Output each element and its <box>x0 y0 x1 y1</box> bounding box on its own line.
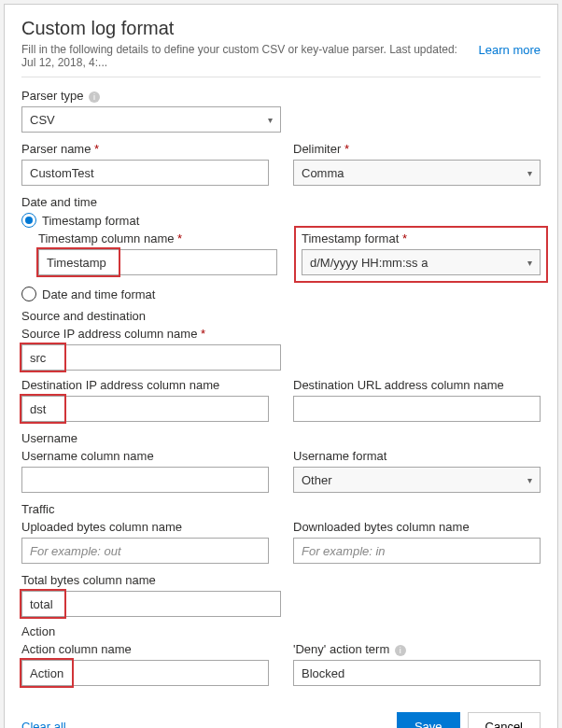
action-column-label: Action column name <box>21 642 269 656</box>
info-icon: i <box>89 91 100 103</box>
src-dst-section-title: Source and destination <box>21 309 541 323</box>
panel-header: Custom log format Fill in the following … <box>21 18 541 69</box>
page-subtitle: Fill in the following details to define … <box>21 43 470 69</box>
dest-url-label: Destination URL address column name <box>293 378 541 392</box>
timestamp-format-radio[interactable] <box>21 213 36 228</box>
source-ip-input[interactable] <box>21 344 281 371</box>
save-button[interactable]: Save <box>397 712 460 728</box>
chevron-down-icon: ▾ <box>527 475 532 485</box>
uploaded-bytes-label: Uploaded bytes column name <box>21 520 269 534</box>
uploaded-bytes-input[interactable] <box>21 538 269 564</box>
delimiter-select[interactable]: Comma ▾ <box>293 160 541 186</box>
chevron-down-icon: ▾ <box>527 168 532 178</box>
downloaded-bytes-label: Downloaded bytes column name <box>293 520 541 534</box>
delimiter-label: Delimiter * <box>293 142 541 156</box>
dest-ip-input[interactable] <box>21 396 269 422</box>
chevron-down-icon: ▾ <box>268 115 273 125</box>
source-ip-label: Source IP address column name * <box>21 327 541 341</box>
page-title: Custom log format <box>21 18 541 39</box>
parser-type-label: Parser type i <box>21 89 281 103</box>
timestamp-format-label: Timestamp format * <box>302 231 541 245</box>
dest-url-input[interactable] <box>293 396 541 422</box>
deny-term-label: 'Deny' action term i <box>293 642 541 656</box>
action-section-title: Action <box>21 624 541 638</box>
username-format-select[interactable]: Other ▾ <box>293 467 541 493</box>
learn-more-link[interactable]: Learn more <box>479 43 541 57</box>
custom-log-format-panel: Custom log format Fill in the following … <box>4 4 558 728</box>
deny-term-input[interactable] <box>293 660 541 686</box>
datetime-format-radio-label: Date and time format <box>42 287 155 301</box>
cancel-button[interactable]: Cancel <box>468 712 541 728</box>
divider <box>21 77 541 77</box>
timestamp-format-radio-label: Timestamp format <box>42 214 139 228</box>
total-bytes-input[interactable] <box>21 591 281 617</box>
username-column-label: Username column name <box>21 449 269 463</box>
datetime-format-radio[interactable] <box>21 287 36 301</box>
clear-all-link[interactable]: Clear all <box>21 720 66 729</box>
username-section-title: Username <box>21 431 541 445</box>
timestamp-column-input[interactable] <box>38 249 277 275</box>
datetime-section-title: Date and time <box>21 195 541 209</box>
chevron-down-icon: ▾ <box>527 258 532 268</box>
downloaded-bytes-input[interactable] <box>293 538 541 564</box>
total-bytes-label: Total bytes column name <box>21 573 281 587</box>
info-icon: i <box>395 645 406 656</box>
parser-name-input[interactable] <box>21 160 269 186</box>
parser-type-select[interactable]: CSV ▾ <box>21 106 281 133</box>
dest-ip-label: Destination IP address column name <box>21 378 269 392</box>
panel-footer: Clear all Save Cancel <box>21 712 541 728</box>
username-column-input[interactable] <box>21 467 269 493</box>
username-format-label: Username format <box>293 449 541 463</box>
action-column-input[interactable] <box>21 660 269 686</box>
parser-name-label: Parser name * <box>21 142 269 156</box>
timestamp-format-select[interactable]: d/M/yyyy HH:mm:ss a ▾ <box>302 249 541 275</box>
timestamp-column-label: Timestamp column name * <box>38 231 277 245</box>
traffic-section-title: Traffic <box>21 502 541 516</box>
